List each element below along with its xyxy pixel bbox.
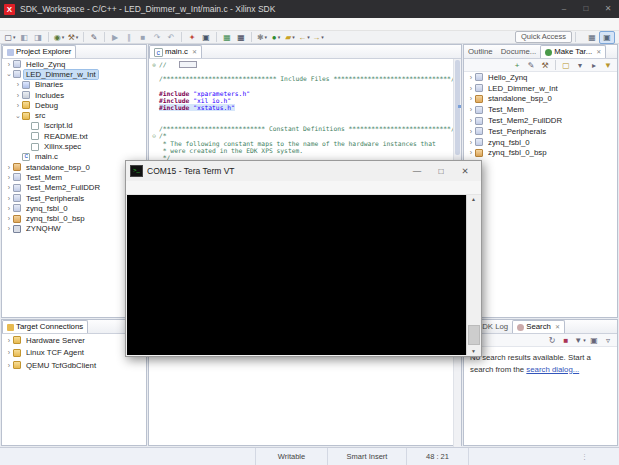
tree-item[interactable]: › LED_Dimmer_w_Int (464, 83, 617, 94)
status-handle-icon[interactable]: ⋮ (581, 453, 619, 461)
expander-icon[interactable]: › (5, 225, 13, 232)
tree-item[interactable]: › Binaries (2, 80, 146, 90)
tree-item[interactable]: › Debug (2, 100, 146, 110)
highlighter-icon[interactable]: ▰▾ (284, 32, 296, 43)
pen-icon[interactable]: ✎▾ (88, 32, 100, 43)
expander-icon[interactable]: › (5, 61, 13, 68)
fold-expand-icon[interactable]: ⊕ (149, 61, 159, 68)
expander-icon[interactable]: › (467, 128, 475, 135)
tab-documentation[interactable]: Docume... (497, 46, 541, 58)
settings-icon[interactable]: ✱▾ (256, 32, 268, 43)
tree-item[interactable]: › QEMU TcfGdbClient (2, 359, 146, 372)
open-console-icon[interactable]: ▣▾ (200, 32, 212, 43)
maximize-icon[interactable]: □ (429, 162, 453, 180)
tab-outline[interactable]: Outline (464, 46, 497, 58)
filter-icon[interactable]: ▼▾ (602, 60, 614, 71)
build-make-target-icon[interactable]: ⚒▾ (539, 60, 551, 71)
expander-icon[interactable]: › (5, 195, 13, 202)
tree-item[interactable]: ⌄ src (2, 110, 146, 120)
back-icon[interactable]: ←▾ (298, 32, 310, 43)
tree-item[interactable]: ⌄ LED_Dimmer_w_Int (2, 69, 146, 79)
suspend-icon[interactable]: ∥▾ (123, 32, 135, 43)
tab-search[interactable]: Search ✕ (512, 320, 565, 333)
scroll-up-icon[interactable]: ▲ (467, 196, 480, 202)
tab-make-target[interactable]: Make Tar... ✕ (540, 45, 606, 58)
tree-item[interactable]: › zynq_fsbl_0 (464, 137, 617, 148)
external-tools-icon[interactable]: ⚒▾ (67, 32, 79, 43)
tree-item[interactable]: › zynq_fsbl_0_bsp (464, 148, 617, 159)
expander-icon[interactable]: › (5, 205, 13, 212)
minimize-icon[interactable]: – (553, 0, 575, 18)
stop-search-icon[interactable]: ■▾ (560, 335, 572, 346)
tree-item[interactable]: Xilinx.spec (2, 141, 146, 151)
search-icon[interactable]: ✦▾ (186, 32, 198, 43)
expander-icon[interactable]: › (5, 215, 13, 222)
expander-icon[interactable]: › (467, 117, 475, 124)
expander-icon[interactable]: › (14, 92, 22, 99)
expander-icon[interactable]: ⌄ (5, 70, 13, 78)
tree-item[interactable]: › Test_Peripherals (464, 126, 617, 137)
xsct-console-icon[interactable]: ▦▾ (235, 32, 247, 43)
scroll-down-icon[interactable]: ▼ (467, 348, 480, 354)
expander-icon[interactable]: › (5, 362, 13, 369)
new-wizard-icon[interactable]: ▢▾ (4, 32, 16, 43)
forward-icon[interactable]: →▾ (312, 32, 324, 43)
tab-target-connections[interactable]: Target Connections (2, 320, 88, 333)
terminate-icon[interactable]: ■▾ (137, 32, 149, 43)
save-all-icon[interactable]: ◨▾ (32, 32, 44, 43)
expander-icon[interactable]: › (5, 174, 13, 181)
collapse-all-icon[interactable]: ▾▾ (574, 60, 586, 71)
resume-icon[interactable]: ▶▾ (109, 32, 121, 43)
close-icon[interactable]: ✕ (453, 162, 477, 180)
expander-icon[interactable]: › (467, 85, 475, 92)
code-area[interactable]: ⊕///****************************** Inclu… (149, 59, 461, 168)
expander-icon[interactable]: › (467, 106, 475, 113)
terminal-screen[interactable] (127, 195, 467, 355)
maximize-icon[interactable]: □ (575, 0, 597, 18)
save-icon[interactable]: ◧▾ (18, 32, 30, 43)
add-make-target-icon[interactable]: +▾ (511, 60, 523, 71)
scrollbar-thumb[interactable] (468, 325, 480, 345)
tree-item[interactable]: README.txt (2, 131, 146, 141)
expander-icon[interactable]: › (467, 139, 475, 146)
close-icon[interactable]: ✕ (597, 0, 619, 18)
close-icon[interactable]: ✕ (555, 321, 560, 333)
filter-dropdown-icon[interactable]: ▼▾ (574, 335, 586, 346)
tree-item[interactable]: › standalone_bsp_0 (464, 94, 617, 105)
close-icon[interactable]: ✕ (192, 46, 197, 58)
make-target-tree[interactable]: › Hello_Zynq › LED_Dimmer_w_Int › standa… (464, 72, 617, 158)
edit-make-target-icon[interactable]: ✎▾ (525, 60, 537, 71)
expander-icon[interactable]: › (5, 164, 13, 171)
expander-icon[interactable]: › (467, 149, 475, 156)
refresh-search-icon[interactable]: ↻▾ (546, 335, 558, 346)
folded-region-box[interactable] (179, 61, 197, 68)
search-dialog-link[interactable]: search dialog... (526, 365, 579, 374)
expander-icon[interactable]: › (5, 349, 13, 356)
tree-item[interactable]: › Hello_Zynq (464, 72, 617, 83)
tab-project-explorer[interactable]: Project Explorer (2, 45, 76, 58)
program-fpga-icon[interactable]: ▦▾ (221, 32, 233, 43)
expand-all-icon[interactable]: ▸▾ (588, 60, 600, 71)
tree-item[interactable]: › Includes (2, 90, 146, 100)
cpp-perspective-icon[interactable]: ▣ (599, 31, 615, 44)
close-icon[interactable]: ✕ (596, 46, 601, 58)
launch-shortcut-icon[interactable]: ●▾ (270, 32, 282, 43)
tree-item[interactable]: › Test_Mem (464, 104, 617, 115)
new-folder-icon[interactable]: ▢▾ (560, 60, 572, 71)
tab-main-c[interactable]: main.c ✕ (149, 45, 202, 58)
expander-icon[interactable]: ⌄ (14, 112, 22, 120)
terminal-scrollbar[interactable]: ▲ ▼ (466, 195, 480, 355)
expander-icon[interactable]: › (5, 184, 13, 191)
open-perspective-icon[interactable]: ▦ (585, 32, 599, 43)
minimize-icon[interactable]: — (405, 162, 429, 180)
expander-icon[interactable]: › (5, 337, 13, 344)
expander-icon[interactable]: › (467, 74, 475, 81)
expander-icon[interactable]: › (14, 81, 22, 88)
debug-icon[interactable]: ◉▾ (53, 32, 65, 43)
tree-item[interactable]: › Hello_Zynq (2, 59, 146, 69)
step-return-icon[interactable]: ↶▾ (165, 32, 177, 43)
expander-icon[interactable]: › (467, 95, 475, 102)
window-titlebar[interactable]: X SDK_Workspace - C/C++ - LED_Dimmer_w_I… (0, 0, 619, 18)
step-over-icon[interactable]: ↷▾ (151, 32, 163, 43)
tree-item[interactable]: › Test_Mem2_FullDDR (464, 115, 617, 126)
